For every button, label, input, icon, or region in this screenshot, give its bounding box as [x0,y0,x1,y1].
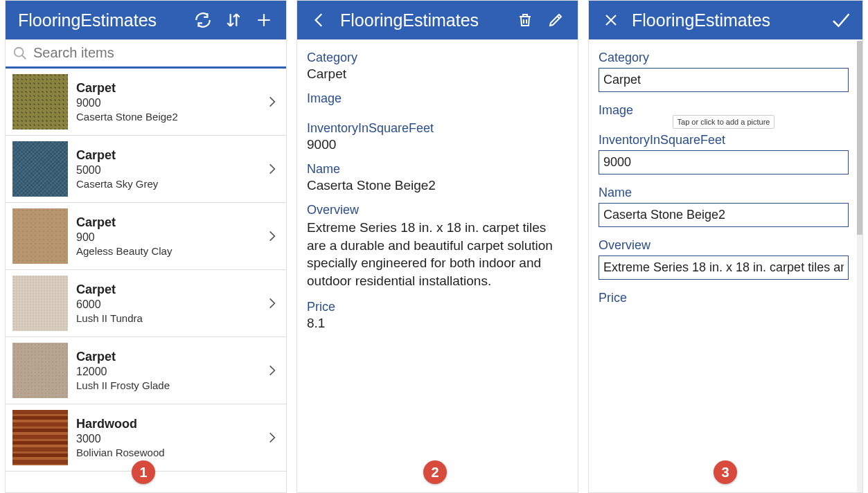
input-name[interactable] [599,203,849,227]
edit-image-wrap[interactable]: Tap or click to add a picture [592,119,856,129]
search-row [6,39,286,69]
label-price: Price [300,296,575,316]
refresh-icon[interactable] [188,5,218,35]
svg-point-0 [15,47,24,56]
chevron-right-icon [263,427,282,448]
chevron-right-icon [263,159,282,179]
item-name: Caserta Sky Grey [76,178,263,190]
chevron-right-icon [263,226,282,247]
edit-screen: FlooringEstimates Category Image Tap or … [588,0,863,493]
back-button[interactable] [304,5,335,35]
item-inventory: 900 [76,231,263,244]
value-category: Carpet [300,66,575,87]
item-thumbnail [12,141,68,197]
item-category: Carpet [76,81,263,96]
checkmark-icon [830,10,851,30]
item-text: Carpet5000Caserta Sky Grey [76,148,263,190]
item-category: Carpet [76,215,263,230]
chevron-right-icon [263,360,282,381]
input-inventory[interactable] [599,150,849,174]
item-thumbnail [12,343,68,398]
callout-badge-2: 2 [423,460,447,484]
item-thumbnail [12,208,68,264]
item-text: Carpet6000Lush II Tundra [76,283,263,324]
trash-icon [517,12,533,28]
input-category[interactable] [599,68,849,92]
close-icon [603,12,619,28]
add-picture-hint: Tap or click to add a picture [673,115,775,129]
item-inventory: 6000 [76,298,263,311]
item-category: Hardwood [76,417,263,431]
header: FlooringEstimates [589,1,862,39]
label-inventory: InventoryInSquareFeet [300,117,575,137]
cancel-button[interactable] [596,5,626,35]
list-item[interactable]: Carpet9000Caserta Stone Beige2 [6,69,286,136]
header: FlooringEstimates [6,1,286,39]
app-title: FlooringEstimates [335,10,510,30]
callout-badge-1: 1 [132,460,155,484]
label-name: Name [592,181,856,201]
chevron-right-icon [263,293,282,314]
list-item[interactable]: Carpet6000Lush II Tundra [6,270,286,337]
edit-button[interactable] [540,5,571,35]
input-overview[interactable] [599,256,849,280]
list-item[interactable]: Carpet5000Caserta Sky Grey [6,136,286,203]
item-name: Ageless Beauty Clay [76,245,263,257]
scrollbar[interactable] [857,41,862,492]
sort-icon[interactable] [218,5,249,35]
items-list[interactable]: Carpet9000Caserta Stone Beige2Carpet5000… [6,69,286,492]
app-title: FlooringEstimates [12,10,188,30]
chevron-left-icon [310,11,328,29]
item-text: Carpet900Ageless Beauty Clay [76,215,263,257]
delete-button[interactable] [510,5,540,35]
scrollbar-thumb[interactable] [857,41,862,235]
item-text: Carpet9000Caserta Stone Beige2 [76,81,263,123]
label-inventory: InventoryInSquareFeet [592,129,856,149]
label-price: Price [592,287,856,307]
detail-content: Category Carpet Image InventoryInSquareF… [297,39,578,492]
chevron-right-icon [263,91,282,112]
item-category: Carpet [76,283,263,297]
value-overview: Extreme Series 18 in. x 18 in. carpet ti… [300,219,575,296]
item-inventory: 3000 [76,433,263,445]
item-thumbnail [12,276,68,331]
item-inventory: 12000 [76,366,263,378]
plus-icon[interactable] [249,5,279,35]
item-text: Hardwood3000Bolivian Rosewood [76,417,263,458]
item-category: Carpet [76,350,263,364]
item-name: Bolivian Rosewood [76,447,263,458]
label-overview: Overview [300,199,575,219]
item-thumbnail [12,410,68,465]
search-input[interactable] [33,45,279,61]
header: FlooringEstimates [297,1,578,39]
label-name: Name [300,158,575,178]
label-overview: Overview [592,234,856,254]
label-category: Category [300,46,575,66]
browse-screen: FlooringEstimates Carpet9000Caserta Ston… [5,0,287,493]
item-category: Carpet [76,148,263,163]
item-inventory: 5000 [76,164,263,177]
callout-badge-3: 3 [714,460,737,484]
label-category: Category [592,46,856,66]
app-title: FlooringEstimates [626,10,825,30]
item-name: Caserta Stone Beige2 [76,111,263,123]
value-price: 8.1 [300,316,575,337]
item-name: Lush II Tundra [76,312,263,324]
edit-content: Category Image Tap or click to add a pic… [589,39,862,492]
label-image: Image [300,87,575,107]
list-item[interactable]: Carpet12000Lush II Frosty Glade [6,337,286,404]
value-inventory: 9000 [300,137,575,158]
item-thumbnail [12,74,68,129]
list-item[interactable]: Carpet900Ageless Beauty Clay [6,203,286,270]
confirm-button[interactable] [825,5,856,35]
item-inventory: 9000 [76,97,263,109]
pencil-icon [547,12,564,28]
item-name: Lush II Frosty Glade [76,379,263,391]
item-text: Carpet12000Lush II Frosty Glade [76,350,263,391]
detail-screen: FlooringEstimates Category Carpet Image … [296,0,578,493]
detail-image-wrap [300,107,575,117]
search-icon [12,46,28,61]
value-name: Caserta Stone Beige2 [300,178,575,199]
